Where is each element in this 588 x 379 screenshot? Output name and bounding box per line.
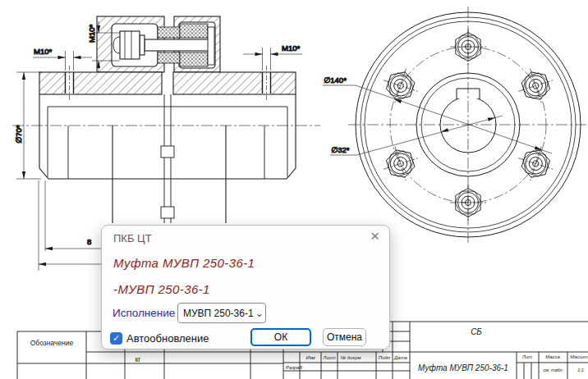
tb-data: Дата: [393, 355, 407, 360]
tb-razrab: Разраб: [286, 365, 303, 370]
ispolnenie-value: МУВП 250-36-1: [183, 308, 254, 319]
tb-lit: Лит: [521, 354, 532, 359]
autoupdate-label: Автообновление: [126, 332, 209, 345]
dim-d70: ∅70*: [14, 125, 23, 144]
cancel-button[interactable]: Отмена: [323, 328, 366, 346]
col-kg: кг: [136, 355, 141, 363]
ispolnenie-label: Исполнение: [113, 307, 175, 319]
dim-8: 8: [87, 237, 91, 246]
col-oboznachenie: Обозначение: [30, 339, 74, 347]
dialog-title: ПКБ ЦТ: [113, 232, 152, 244]
autoupdate-checkbox[interactable]: ✓: [110, 332, 122, 345]
tb-list: Лист: [322, 355, 335, 360]
coupling-name-line: Муфта МУВП 250-36-1: [113, 256, 255, 270]
tb-sb: СБ: [471, 327, 482, 336]
tb-dokum: № докум: [341, 355, 361, 360]
front-view: ∅140* ∅32*: [323, 7, 586, 243]
dim-d32: ∅32*: [331, 145, 350, 154]
dim-m10-top: M10*: [87, 25, 96, 43]
pkb-ct-dialog: ПКБ ЦТ × Муфта МУВП 250-36-1 -МУВП 250-3…: [101, 225, 390, 349]
close-icon[interactable]: ×: [370, 228, 379, 244]
tb-name: Муфта МУВП 250-36-1: [418, 363, 508, 372]
tb-massa: Масса: [545, 354, 560, 359]
dim-m10-right: M10*: [282, 43, 300, 53]
chevron-down-icon: ⌄: [255, 308, 264, 319]
tb-scale: 1:1: [577, 368, 584, 372]
ispolnenie-select[interactable]: МУВП 250-36-1 ⌄: [177, 303, 266, 323]
tb-podp: Подп: [379, 355, 391, 360]
tb-masshtab: Масшт: [570, 354, 587, 359]
tb-izm: Изм: [305, 355, 315, 360]
app-window: M10* M10* M10* ∅70* 8: [0, 0, 588, 379]
tb-sm-tabl: см. табл: [543, 368, 562, 372]
dim-m10-left: M10*: [34, 47, 52, 56]
coupling-designation-line: -МУВП 250-36-1: [113, 282, 210, 296]
dim-d140: ∅140*: [324, 75, 347, 84]
ok-button[interactable]: ОК: [250, 328, 311, 346]
